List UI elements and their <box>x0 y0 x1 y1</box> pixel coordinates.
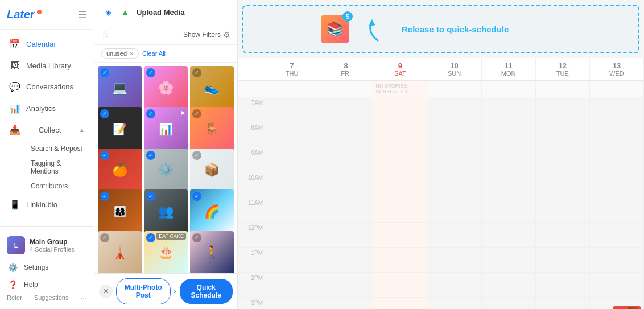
upload-media-button[interactable]: Upload Media <box>137 8 185 17</box>
time-cell[interactable] <box>427 248 481 272</box>
media-item[interactable]: ✓ <box>98 231 142 273</box>
media-item[interactable]: ✓ <box>144 149 188 192</box>
time-cell-today[interactable] <box>373 147 427 172</box>
time-cell[interactable] <box>427 197 481 222</box>
time-cell[interactable] <box>482 97 536 122</box>
time-cell[interactable] <box>482 147 536 172</box>
suggestions-label[interactable]: Suggestions <box>34 294 69 301</box>
time-cell[interactable] <box>427 273 481 297</box>
time-cell[interactable] <box>590 223 644 247</box>
sidebar-item-tagging-mentions[interactable]: Tagging & Mentions <box>24 156 94 179</box>
sidebar-item-analytics[interactable]: 📊 Analytics <box>2 98 92 119</box>
sidebar-item-media-library[interactable]: 🖼 Media Library <box>2 55 92 76</box>
media-item[interactable]: ✓ <box>98 149 142 192</box>
time-cell-today[interactable] <box>373 97 427 122</box>
time-cell[interactable] <box>265 172 319 197</box>
time-cell[interactable] <box>319 172 373 197</box>
time-cell[interactable] <box>536 97 590 122</box>
time-cell[interactable] <box>590 273 644 297</box>
remove-tag-icon[interactable]: ✕ <box>129 51 134 57</box>
show-filters-button[interactable]: Show Filters ⚙ <box>183 30 230 39</box>
time-cell[interactable] <box>536 147 590 172</box>
time-cell[interactable] <box>265 273 319 297</box>
time-cell[interactable] <box>536 223 590 247</box>
time-cell[interactable] <box>319 248 373 272</box>
time-cell-today[interactable] <box>373 197 427 222</box>
time-cell[interactable] <box>590 147 644 172</box>
media-item[interactable]: ✓ <box>98 189 142 233</box>
time-cell[interactable] <box>590 122 644 147</box>
media-item[interactable]: ✓ ▶ <box>144 107 188 151</box>
time-cell[interactable] <box>265 197 319 222</box>
time-cell-today[interactable] <box>373 248 427 272</box>
time-cell[interactable] <box>319 223 373 247</box>
time-cell[interactable] <box>590 97 644 122</box>
time-cell[interactable] <box>319 147 373 172</box>
time-cell[interactable] <box>536 248 590 272</box>
time-cell[interactable] <box>536 273 590 297</box>
media-item[interactable]: ✓ <box>190 149 234 192</box>
time-cell[interactable] <box>536 122 590 147</box>
time-cell[interactable] <box>590 248 644 272</box>
time-cell[interactable] <box>536 172 590 197</box>
sidebar-item-help[interactable]: ❓ Help <box>0 276 94 293</box>
time-cell[interactable] <box>482 223 536 247</box>
time-cell-today[interactable] <box>373 172 427 197</box>
group-profile[interactable]: L Main Group 4 Social Profiles <box>0 232 94 259</box>
time-cell[interactable] <box>319 273 373 297</box>
time-cell[interactable] <box>536 298 590 309</box>
time-cell[interactable] <box>265 122 319 147</box>
time-cell-today[interactable] <box>373 273 427 297</box>
media-item[interactable]: ✓ <box>144 189 188 233</box>
media-item[interactable]: ✓ <box>190 189 234 233</box>
time-cell[interactable] <box>482 197 536 222</box>
sidebar-item-contributors[interactable]: Contributors <box>24 179 94 193</box>
multi-photo-post-button[interactable]: Multi-Photo Post <box>116 278 171 304</box>
sidebar-item-settings[interactable]: ⚙️ Settings <box>0 259 94 276</box>
close-button[interactable]: ✕ <box>99 285 113 298</box>
time-cell-wed-3pm[interactable]: 2:51 👤 <box>590 298 644 309</box>
time-cell[interactable] <box>482 122 536 147</box>
time-cell[interactable] <box>482 248 536 272</box>
sidebar-item-linkin-bio[interactable]: 📱 Linkin.bio <box>2 194 92 215</box>
refer-label[interactable]: Refer <box>7 294 22 301</box>
time-cell[interactable] <box>265 147 319 172</box>
star-icon[interactable]: ☆ <box>101 29 109 40</box>
sidebar-item-search-repost[interactable]: Search & Repost <box>24 141 94 156</box>
media-item[interactable]: ✓ <box>144 66 188 110</box>
time-cell[interactable] <box>319 122 373 147</box>
time-cell[interactable] <box>265 223 319 247</box>
time-cell[interactable] <box>265 298 319 309</box>
time-cell[interactable] <box>482 298 536 309</box>
time-cell[interactable] <box>319 197 373 222</box>
time-cell[interactable] <box>482 172 536 197</box>
hamburger-icon[interactable]: ☰ <box>78 9 87 21</box>
time-cell[interactable] <box>427 172 481 197</box>
time-cell-today[interactable] <box>373 223 427 247</box>
media-item[interactable]: ✓ <box>190 66 234 110</box>
time-cell-today[interactable] <box>373 298 427 309</box>
time-cell[interactable] <box>590 197 644 222</box>
scheduled-event[interactable]: 2:51 👤 <box>613 306 641 309</box>
quick-schedule-button[interactable]: Quick Schedule <box>180 279 233 304</box>
media-item[interactable]: ✓ EAT CAKE <box>144 231 188 273</box>
sidebar-item-conversations[interactable]: 💬 Conversations <box>2 76 92 97</box>
time-cell[interactable] <box>319 298 373 309</box>
clear-all-button[interactable]: Clear All <box>142 50 166 57</box>
time-cell[interactable] <box>427 298 481 309</box>
time-cell[interactable] <box>265 248 319 272</box>
more-icon[interactable]: ··· <box>80 293 87 302</box>
gdrive-icon[interactable]: ▲ <box>118 7 132 17</box>
sidebar-item-calendar[interactable]: 📅 Calendar <box>2 34 92 55</box>
media-item[interactable]: ✓ <box>190 107 234 151</box>
media-item[interactable]: ✓ <box>98 107 142 151</box>
time-cell[interactable] <box>427 122 481 147</box>
unused-tag[interactable]: unused ✕ <box>101 48 139 59</box>
time-cell[interactable] <box>427 147 481 172</box>
quick-schedule-drop-zone[interactable]: 📚 5 Release to quick-schedule <box>242 5 639 53</box>
media-item[interactable]: ✓ <box>190 231 234 273</box>
time-cell[interactable] <box>536 197 590 222</box>
time-cell[interactable] <box>319 97 373 122</box>
dropbox-icon[interactable]: ◈ <box>101 7 115 17</box>
time-cell[interactable] <box>590 172 644 197</box>
